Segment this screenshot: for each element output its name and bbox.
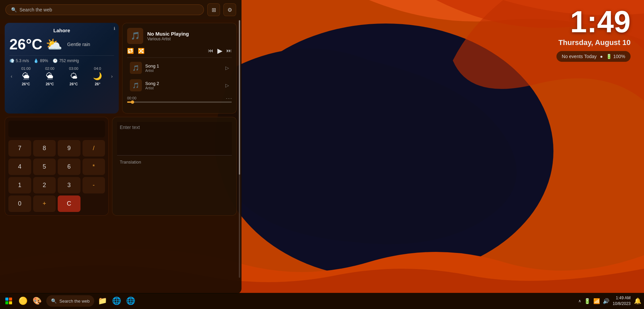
panel-scroll-thumb [239,20,240,175]
apps-taskbar-button[interactable]: 🎨 [31,295,43,307]
calc-btn-plus[interactable]: + [33,195,56,212]
forecast-2: 02:00 🌦 26°C [38,67,61,86]
music-ctrl-right: ⏮ ▶ ⏭ [208,47,232,55]
edge-button[interactable]: 🌐 [110,295,122,307]
weather-forecast: ‹ 01:00 🌦 26°C 02:00 🌦 26°C 03:00 🌤 [9,67,114,86]
song2-play-btn[interactable]: ▷ [225,83,229,88]
sys-tray-icons: ∧ 🔋 📶 🔊 [578,298,609,304]
taskbar-date-display: 10/8/2023 [613,301,631,307]
song2-icon: 🎵 [130,79,142,91]
calc-btn-6[interactable]: 6 [58,159,80,175]
grid-icon: ⊞ [212,7,216,13]
music-track-info: No Music Playing Various Artist [147,31,189,41]
music-list: 🎵 Song 1 Artist ▷ 🎵 Song 2 Artist [127,57,232,93]
forecast-next[interactable]: › [110,74,114,79]
volume-icon[interactable]: 🔊 [603,298,609,304]
panel-search-bar: 🔍 Search the web ⊞ ⚙ [0,0,241,19]
progress-bar[interactable] [127,101,232,103]
prev-button[interactable]: ⏮ [208,48,213,54]
time-current: 00:00 [127,96,137,100]
file-explorer-button[interactable]: 📁 [96,295,108,307]
wind-icon: 💨 [9,58,14,63]
widgets-taskbar-button[interactable]: 🟡 [17,295,29,307]
wind-speed: 5.3 m/s [16,58,29,63]
calc-grid: 7 8 9 / 4 5 6 * 1 2 3 - 0 + C [8,140,105,212]
taskbar-left: 🟡 🎨 🔍 Search the web 📁 🌐 🌐 [3,295,137,307]
pressure-value: 752 mmHg [59,58,79,63]
music-header: 🎵 No Music Playing Various Artist [127,28,232,44]
clock-date: Thursday, August 10 [556,38,631,47]
music-controls: 🔁 🔀 ⏮ ▶ ⏭ [127,47,232,55]
pressure-icon: 🕐 [53,58,58,63]
calculator-widget: 7 8 9 / 4 5 6 * 1 2 3 - 0 + C [5,117,109,216]
taskbar-clock[interactable]: 1:49 AM 10/8/2023 [613,295,631,307]
calc-btn-8[interactable]: 8 [33,140,56,157]
song1-icon: 🎵 [130,62,142,74]
weather-main: 26°C ⛅ Gentle rain [9,36,114,53]
panel-scrollbar[interactable] [239,20,240,278]
music-album-art: 🎵 [127,28,143,44]
wifi-icon: 📶 [593,298,600,304]
music-progress: 00:00 - - - [127,96,232,103]
forecast-3: 03:00 🌤 26°C [62,67,85,86]
translator-input[interactable] [117,122,232,156]
music-widget: 🎵 No Music Playing Various Artist 🔁 🔀 ⏮ … [122,23,237,114]
weather-info-btn[interactable]: ℹ [114,26,115,31]
calc-btn-clear[interactable]: C [58,195,80,212]
music-ctrl-left: 🔁 🔀 [127,48,145,54]
widgets-row-1: Lahore ℹ 26°C ⛅ Gentle rain 💨 5.3 m/s 💧 … [5,23,237,114]
taskbar: 🟡 🎨 🔍 Search the web 📁 🌐 🌐 ∧ 🔋 📶 🔊 1:49 … [0,293,644,309]
next-button[interactable]: ⏭ [226,48,232,54]
up-arrow-icon[interactable]: ∧ [578,299,581,303]
widgets-area: Lahore ℹ 26°C ⛅ Gentle rain 💨 5.3 m/s 💧 … [0,19,241,294]
grid-button[interactable]: ⊞ [207,3,220,16]
settings-button[interactable]: ⚙ [223,3,236,16]
music-list-item-1[interactable]: 🎵 Song 1 Artist ▷ [127,60,232,76]
calc-btn-multiply[interactable]: * [83,159,105,175]
battery-taskbar-icon: 🔋 [584,298,591,304]
shuffle-button[interactable]: 🔀 [138,48,145,54]
taskbar-search-text: Search the web [59,299,90,304]
app3-button[interactable]: 🌐 [124,295,137,307]
widget-panel: 🔍 Search the web ⊞ ⚙ Lahore ℹ 26°C ⛅ Gen… [0,0,241,294]
song1-info: Song 1 Artist [145,63,222,73]
calc-btn-5[interactable]: 5 [33,159,56,175]
calc-btn-minus[interactable]: - [83,177,105,193]
music-title: No Music Playing [147,31,189,37]
weather-widget: Lahore ℹ 26°C ⛅ Gentle rain 💨 5.3 m/s 💧 … [5,23,119,114]
search-icon: 🔍 [11,7,17,12]
notification-bell-icon[interactable]: 🔔 [634,297,641,305]
forecast-prev[interactable]: ‹ [9,74,14,79]
calc-btn-2[interactable]: 2 [33,177,56,193]
widgets-row-2: 7 8 9 / 4 5 6 * 1 2 3 - 0 + C [5,117,237,216]
calc-btn-0[interactable]: 0 [8,195,31,212]
time-total: - - - [226,96,232,100]
forecast-1: 01:00 🌦 26°C [14,67,38,86]
panel-search-input[interactable]: 🔍 Search the web [5,4,204,15]
humidity-value: 89% [40,58,48,63]
calc-btn-3[interactable]: 3 [58,177,80,193]
battery-percent: 100% [613,54,625,59]
music-list-item-2[interactable]: 🎵 Song 2 Artist ▷ [127,77,232,93]
weather-pressure: 🕐 752 mmHg [53,58,79,63]
weather-city: Lahore [9,28,114,33]
search-placeholder: Search the web [19,7,52,12]
calc-btn-9[interactable]: 9 [58,140,80,157]
song1-play-btn[interactable]: ▷ [225,65,229,71]
calc-btn-1[interactable]: 1 [8,177,31,193]
clock-area: 1:49 Thursday, August 10 No events Today… [556,7,631,62]
dot-separator: ● [600,54,603,59]
humidity-icon: 💧 [34,58,39,63]
song2-artist: Artist [145,86,222,90]
calc-btn-4[interactable]: 4 [8,159,31,175]
calc-btn-7[interactable]: 7 [8,140,31,157]
taskbar-right: ∧ 🔋 📶 🔊 1:49 AM 10/8/2023 🔔 [578,295,641,307]
windows-start-button[interactable] [3,295,15,307]
taskbar-search[interactable]: 🔍 Search the web [46,295,94,307]
weather-icon: ⛅ [46,37,62,52]
repeat-button[interactable]: 🔁 [127,48,134,54]
clock-time: 1:49 [556,7,631,37]
progress-dot [131,100,134,104]
play-button[interactable]: ▶ [217,47,222,55]
calc-btn-divide[interactable]: / [83,140,105,157]
